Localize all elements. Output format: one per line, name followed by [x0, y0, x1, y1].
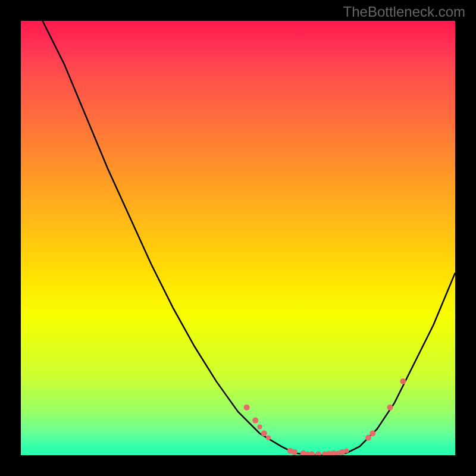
data-marker [292, 449, 298, 455]
watermark-text: TheBottleneck.com [343, 4, 465, 20]
data-marker [387, 405, 393, 411]
data-marker [261, 431, 267, 437]
data-marker [339, 449, 345, 455]
data-markers [244, 378, 406, 455]
data-marker [369, 431, 375, 437]
data-marker [345, 449, 349, 453]
data-marker [365, 435, 371, 441]
data-marker [252, 418, 258, 424]
chart-curve-layer [21, 21, 455, 455]
bottleneck-curve [43, 21, 456, 455]
data-marker [315, 452, 321, 456]
data-marker [244, 405, 250, 411]
data-marker [400, 378, 406, 384]
data-marker [258, 425, 262, 430]
data-marker [309, 452, 315, 456]
data-marker [266, 436, 271, 440]
